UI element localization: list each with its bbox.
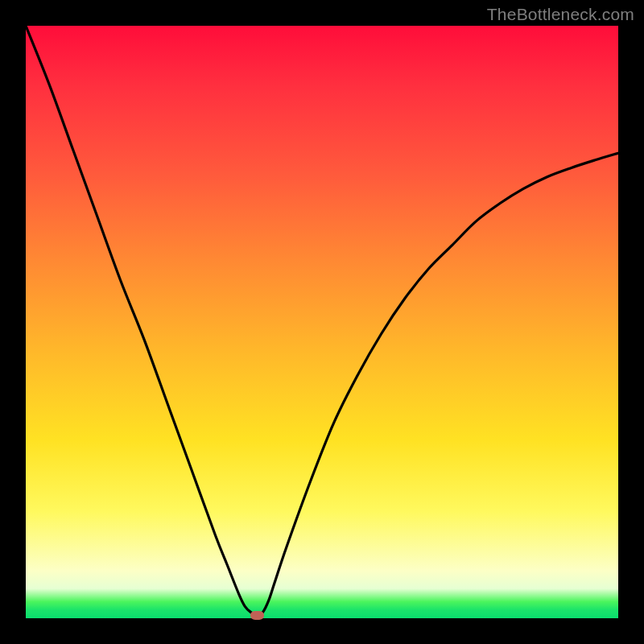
- watermark-text: TheBottleneck.com: [487, 5, 634, 24]
- optimal-point-marker: [250, 611, 264, 620]
- chart-frame: TheBottleneck.com: [0, 0, 644, 644]
- bottleneck-curve: [26, 26, 618, 618]
- plot-area: [26, 26, 618, 618]
